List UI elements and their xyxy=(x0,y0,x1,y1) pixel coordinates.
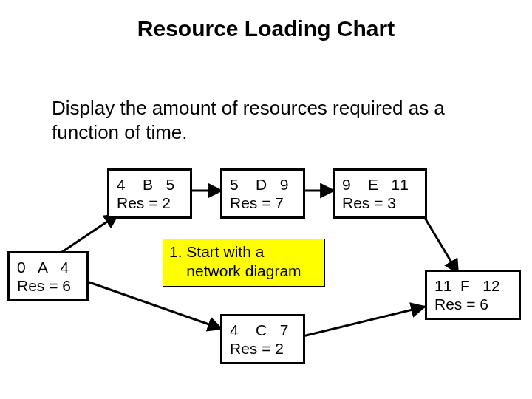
edge-a-c xyxy=(85,281,222,329)
callout-line-1: 1. Start with a xyxy=(169,242,316,262)
node-d-res: Res = 7 xyxy=(230,194,296,212)
node-d: 5 D 9 Res = 7 xyxy=(220,168,305,219)
node-c-res: Res = 2 xyxy=(230,339,296,358)
node-d-times: 5 D 9 xyxy=(230,175,296,194)
node-b: 4 B 5 Res = 2 xyxy=(107,168,192,219)
edge-a-b xyxy=(58,214,118,255)
page-subtitle: Display the amount of resources required… xyxy=(52,96,495,144)
callout-line-2: network diagram xyxy=(169,262,316,281)
node-c: 4 C 7 Res = 2 xyxy=(220,314,305,364)
node-b-res: Res = 2 xyxy=(117,194,183,212)
node-f-times: 11 F 12 xyxy=(434,276,511,295)
node-e-times: 9 E 11 xyxy=(342,175,417,194)
node-e: 9 E 11 Res = 3 xyxy=(332,168,427,219)
node-f: 11 F 12 Res = 6 xyxy=(425,270,521,320)
page-title: Resource Loading Chart xyxy=(0,16,532,41)
node-a-res: Res = 6 xyxy=(17,276,79,295)
node-a: 0 A 4 Res = 6 xyxy=(7,251,89,301)
node-c-times: 4 C 7 xyxy=(230,321,296,339)
node-e-res: Res = 3 xyxy=(342,194,417,212)
node-a-times: 0 A 4 xyxy=(17,258,79,276)
node-f-res: Res = 6 xyxy=(434,295,511,313)
edge-c-f xyxy=(303,307,425,336)
node-b-times: 4 B 5 xyxy=(117,175,183,194)
callout-step-1: 1. Start with a network diagram xyxy=(163,239,325,287)
